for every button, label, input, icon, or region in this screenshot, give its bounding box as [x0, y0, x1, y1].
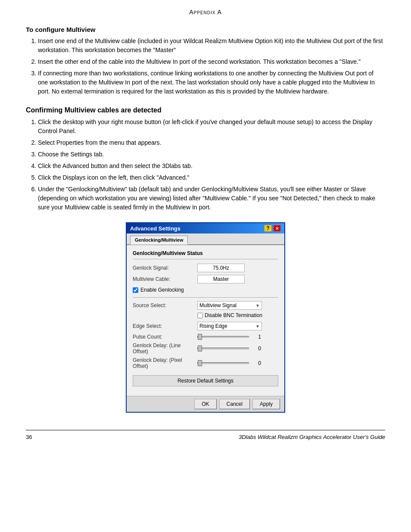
genlock-delay-line-slider[interactable]	[197, 348, 249, 349]
slider-thumb[interactable]	[198, 360, 202, 366]
list-item: Click the Advanced button and then selec…	[38, 162, 385, 171]
status-section: Genlocking/Multiview Status	[133, 250, 278, 259]
pulse-count-row: Pulse Count: 1	[133, 334, 278, 340]
section2-steps: Click the desktop with your right mouse …	[38, 118, 385, 212]
list-item: Click the desktop with your right mouse …	[38, 118, 385, 136]
genlock-delay-line-value: 0	[252, 345, 261, 352]
genlock-delay-pixel-slider[interactable]	[197, 362, 249, 364]
chevron-down-icon: ▼	[255, 324, 260, 329]
genlock-signal-row: Genlock Signal: 75.0Hz	[133, 264, 278, 272]
divider1	[133, 259, 278, 259]
list-item: Under the "Genlocking/Multiview" tab (de…	[38, 185, 385, 212]
genlock-signal-value: 75.0Hz	[197, 264, 245, 272]
section-configure-multiview: To configure Multiview Insert one end of…	[26, 26, 385, 96]
chevron-down-icon: ▼	[255, 303, 260, 308]
source-select-label: Source Select:	[133, 302, 197, 308]
list-item: Insert one end of the Multiview cable (i…	[38, 37, 385, 55]
advanced-settings-dialog: Advanced Settings ? ✕ Genlocking/Multivi…	[126, 222, 285, 413]
section2-title: Confirming Multiview cables are detected	[26, 106, 385, 114]
multiview-cable-row: Multiview Cable: Master	[133, 275, 278, 283]
status-title: Genlocking/Multiview Status	[133, 250, 278, 256]
pulse-count-label: Pulse Count:	[133, 334, 197, 340]
source-select-value: Multiview Signal	[199, 302, 237, 308]
dialog-content: Genlocking/Multiview Status Genlock Sign…	[127, 245, 284, 396]
disable-bnc-label: Disable BNC Termination	[205, 312, 262, 318]
apply-button[interactable]: Apply	[252, 399, 280, 409]
multiview-cable-label: Multiview Cable:	[133, 276, 197, 282]
enable-genlocking-checkbox[interactable]	[133, 287, 138, 293]
multiview-cable-value: Master	[197, 275, 245, 283]
genlock-delay-pixel-value: 0	[252, 360, 261, 366]
source-select-row: Source Select: Multiview Signal ▼	[133, 301, 278, 310]
close-button[interactable]: ✕	[273, 225, 281, 232]
titlebar-buttons: ? ✕	[264, 225, 281, 232]
genlock-signal-label: Genlock Signal:	[133, 265, 197, 271]
page-number: 36	[26, 434, 32, 440]
appendix-title: Appendix A	[26, 9, 385, 16]
list-item: Choose the Settings tab.	[38, 150, 385, 159]
section-confirming-multiview: Confirming Multiview cables are detected…	[26, 106, 385, 212]
list-item: Select Properties from the menu that app…	[38, 138, 385, 147]
footer-title: 3Dlabs Wildcat Realizm Graphics Accelera…	[239, 434, 385, 440]
restore-defaults-button[interactable]: Restore Default Settings	[133, 375, 278, 386]
source-select-dropdown[interactable]: Multiview Signal ▼	[197, 301, 262, 310]
genlock-delay-pixel-row: Genlock Delay: (Pixel Offset) 0	[133, 357, 278, 369]
disable-bnc-row: Disable BNC Termination	[197, 312, 278, 318]
enable-genlocking-row: Enable Genlocking	[133, 287, 278, 293]
genlock-delay-line-row: Genlock Delay: (Line Offset) 0	[133, 342, 278, 355]
tab-genlocking-multiview[interactable]: Genlocking/Multiview	[130, 236, 188, 245]
genlock-delay-line-label: Genlock Delay: (Line Offset)	[133, 342, 197, 355]
help-button[interactable]: ?	[264, 225, 272, 232]
ok-button[interactable]: OK	[194, 399, 216, 409]
edge-select-label: Edge Select:	[133, 323, 197, 329]
list-item: If connecting more than two workstations…	[38, 69, 385, 96]
edge-select-row: Edge Select: Rising Edge ▼	[133, 322, 278, 330]
slider-thumb[interactable]	[198, 345, 202, 352]
slider-thumb[interactable]	[198, 334, 202, 340]
list-item: Insert the other end of the cable into t…	[38, 57, 385, 66]
dialog-tabs: Genlocking/Multiview	[127, 233, 284, 245]
edge-select-dropdown[interactable]: Rising Edge ▼	[197, 322, 262, 330]
genlock-delay-pixel-label: Genlock Delay: (Pixel Offset)	[133, 357, 197, 369]
dialog-container: Advanced Settings ? ✕ Genlocking/Multivi…	[26, 222, 385, 413]
section1-steps: Insert one end of the Multiview cable (i…	[38, 37, 385, 96]
edge-select-value: Rising Edge	[199, 323, 227, 329]
cancel-button[interactable]: Cancel	[219, 399, 250, 409]
page-footer: 36 3Dlabs Wildcat Realizm Graphics Accel…	[26, 430, 385, 440]
disable-bnc-checkbox[interactable]	[197, 313, 203, 318]
pulse-count-slider[interactable]	[197, 336, 249, 338]
dialog-titlebar: Advanced Settings ? ✕	[127, 223, 284, 233]
enable-genlocking-label: Enable Genlocking	[140, 287, 184, 293]
pulse-count-value: 1	[252, 334, 261, 340]
dialog-title: Advanced Settings	[130, 225, 181, 232]
list-item: Click the Displays icon on the left, the…	[38, 173, 385, 182]
divider2	[133, 297, 278, 298]
dialog-footer: OK Cancel Apply	[127, 396, 284, 412]
section1-title: To configure Multiview	[26, 26, 385, 33]
